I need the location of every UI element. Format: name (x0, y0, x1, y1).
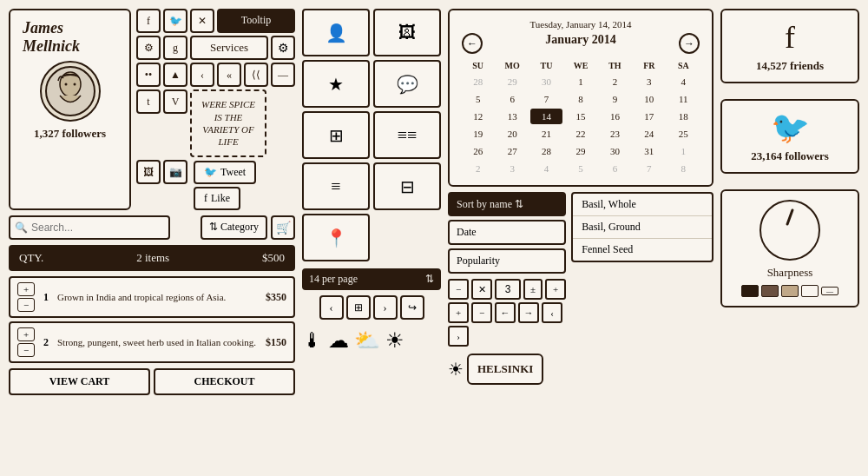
item-2-plus[interactable]: + (17, 327, 35, 341)
chevron-left-icon[interactable]: ‹ (190, 63, 214, 87)
cal-day[interactable]: 28 (530, 143, 562, 159)
location-icon-box[interactable]: 📍 (302, 214, 370, 261)
checkout-button[interactable]: CHECKOUT (154, 368, 295, 395)
facebook-icon-btn[interactable]: f (136, 9, 161, 33)
cal-day[interactable]: 30 (599, 143, 631, 159)
ctrl-chevron-left[interactable]: ‹ (542, 302, 562, 323)
spice-item-basil-whole[interactable]: Basil, Whole (573, 194, 712, 216)
cal-day[interactable]: 8 (667, 161, 700, 176)
cal-day[interactable]: 24 (633, 126, 665, 142)
cal-day[interactable]: 27 (496, 143, 528, 159)
cal-day[interactable]: 20 (496, 126, 528, 142)
ctrl-chevron-right[interactable]: › (448, 326, 469, 347)
tumblr-icon-btn[interactable]: t (136, 89, 161, 114)
tweet-button[interactable]: 🐦 Tweet (194, 161, 256, 184)
ctrl-arrow-right[interactable]: → (518, 302, 539, 323)
swatch-dark[interactable] (741, 285, 759, 297)
ctrl-x[interactable]: ✕ (471, 279, 492, 300)
cal-day[interactable]: 1 (564, 74, 596, 89)
minus-icon-btn[interactable]: — (271, 63, 295, 87)
cal-prev-btn[interactable]: ← (462, 33, 483, 54)
cal-day[interactable]: 30 (530, 74, 562, 89)
cal-day[interactable]: 15 (564, 109, 596, 124)
dots-icon-btn[interactable]: •• (136, 63, 161, 87)
chat-icon-box[interactable]: 💬 (373, 60, 441, 108)
cal-day[interactable]: 23 (599, 126, 631, 142)
spice-item-basil-ground[interactable]: Basil, Ground (573, 216, 712, 239)
slider-dash[interactable]: — (821, 287, 838, 295)
cal-day[interactable]: 11 (667, 91, 700, 107)
chevron-triple-left-icon[interactable]: ⟨⟨ (244, 63, 268, 87)
ctrl-arrow-left[interactable]: ← (495, 302, 516, 323)
search-input[interactable] (9, 215, 170, 240)
cal-day[interactable]: 25 (667, 126, 700, 142)
swatch-light[interactable] (781, 285, 799, 297)
user-icon-box[interactable]: 👤 (302, 9, 370, 56)
prev-page-btn[interactable]: ‹ (319, 295, 344, 320)
cal-day[interactable]: 3 (633, 74, 665, 89)
cal-day[interactable]: 2 (599, 74, 631, 89)
cart-icon-btn[interactable]: 🛒 (271, 215, 295, 240)
cal-day[interactable]: 12 (462, 109, 494, 124)
cal-day[interactable]: 6 (599, 161, 631, 176)
cal-day[interactable]: 7 (633, 161, 665, 176)
image-large-icon-box[interactable]: 🖼 (373, 9, 441, 56)
ctrl-minus-2[interactable]: − (471, 302, 492, 323)
cal-day[interactable]: 8 (564, 91, 596, 107)
cal-next-btn[interactable]: → (679, 33, 700, 54)
cal-day[interactable]: 4 (667, 74, 700, 89)
list-icon-box[interactable]: ≡ (302, 162, 370, 210)
cal-day[interactable]: 18 (667, 109, 700, 124)
item-1-plus[interactable]: + (17, 282, 35, 296)
ctrl-plus-2[interactable]: + (448, 302, 469, 323)
cal-day-today[interactable]: 14 (530, 109, 562, 124)
cal-day[interactable]: 16 (599, 109, 631, 124)
view-cart-button[interactable]: VIEW CART (9, 368, 150, 395)
like-button[interactable]: f Like (194, 187, 240, 210)
ctrl-increment[interactable]: + (545, 279, 566, 300)
ctrl-number-input[interactable] (495, 279, 521, 300)
gear-icon-btn[interactable]: ⚙ (271, 36, 295, 60)
cal-day[interactable]: 29 (564, 143, 596, 159)
cal-day[interactable]: 22 (564, 126, 596, 142)
image-icon-btn[interactable]: 🖼 (136, 160, 161, 184)
swatch-lightest[interactable] (801, 285, 819, 297)
twitter-icon-btn[interactable]: 🐦 (163, 9, 187, 33)
grid-icon-box[interactable]: ⊞ (302, 111, 370, 159)
cal-day[interactable]: 21 (530, 126, 562, 142)
cal-day[interactable]: 28 (462, 74, 494, 89)
cal-day[interactable]: 1 (667, 143, 700, 159)
cal-day[interactable]: 6 (496, 91, 528, 107)
cal-day[interactable]: 19 (462, 126, 494, 142)
cal-day[interactable]: 4 (530, 161, 562, 176)
list-alt-icon-box[interactable]: ⊟ (373, 162, 441, 210)
star-icon-box[interactable]: ★ (302, 60, 370, 108)
sort-select[interactable]: Sort by name ⇅ (448, 192, 566, 216)
item-2-minus[interactable]: − (17, 343, 35, 357)
cal-day[interactable]: 29 (496, 74, 528, 89)
spice-item-fennel-seed[interactable]: Fennel Seed (573, 239, 712, 261)
cal-day[interactable]: 13 (496, 109, 528, 124)
filter-date[interactable]: Date (448, 220, 566, 245)
next-page-btn[interactable]: › (373, 295, 398, 320)
services-button[interactable]: Services (190, 36, 268, 60)
cal-day[interactable]: 2 (462, 161, 494, 176)
cal-day[interactable]: 31 (633, 143, 665, 159)
ctrl-minus-1[interactable]: − (448, 279, 469, 300)
vine-icon-btn[interactable]: V (163, 89, 187, 114)
photo-icon-btn[interactable]: 📷 (163, 160, 187, 184)
cal-day[interactable]: 3 (496, 161, 528, 176)
cal-day[interactable]: 17 (633, 109, 665, 124)
cal-day[interactable]: 5 (564, 161, 596, 176)
triangle-icon-btn[interactable]: ▲ (163, 63, 187, 87)
sharpness-knob[interactable] (760, 200, 820, 261)
cal-day[interactable]: 10 (633, 91, 665, 107)
swatch-medium[interactable] (761, 285, 779, 297)
cal-day[interactable]: 26 (462, 143, 494, 159)
filter-popularity[interactable]: Popularity (448, 248, 566, 274)
grid-view-btn[interactable]: ⊞ (346, 295, 371, 320)
settings-icon-btn[interactable]: ⚙ (136, 36, 161, 60)
category-select[interactable]: ⇅ Category (201, 215, 267, 240)
cal-day[interactable]: 5 (462, 91, 494, 107)
item-1-minus[interactable]: − (17, 298, 35, 312)
